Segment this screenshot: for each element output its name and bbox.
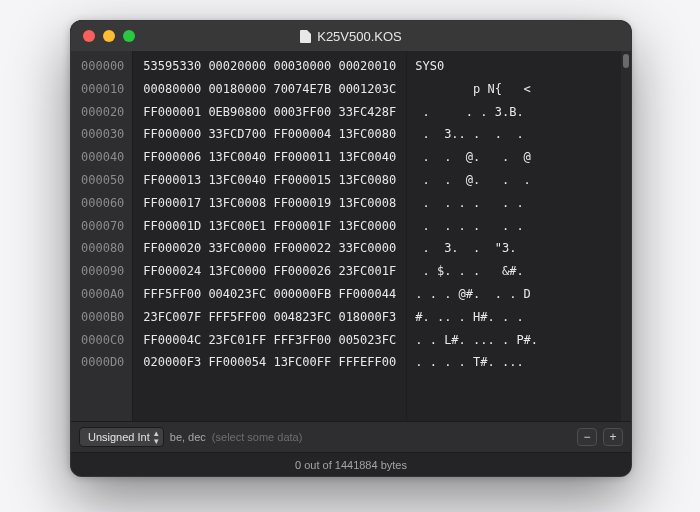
type-picker-label: Unsigned Int xyxy=(88,431,150,443)
inspector-toolbar: Unsigned Int ▴▾ be, dec (select some dat… xyxy=(71,421,631,452)
scrollbar-thumb[interactable] xyxy=(623,54,629,68)
hex-column[interactable]: 53595330 00020000 00030000 00020010 0008… xyxy=(133,51,407,421)
close-icon[interactable] xyxy=(83,30,95,42)
zoom-icon[interactable] xyxy=(123,30,135,42)
scrollbar[interactable] xyxy=(621,51,631,421)
ascii-column[interactable]: SYS0 p N{ < . . . 3.B. . 3.. . . . . . @… xyxy=(407,51,621,421)
inspector-placeholder: (select some data) xyxy=(212,431,302,443)
status-text: 0 out of 1441884 bytes xyxy=(295,459,407,471)
chevron-updown-icon: ▴▾ xyxy=(154,429,159,445)
titlebar[interactable]: K25V500.KOS xyxy=(71,21,631,51)
traffic-lights xyxy=(83,30,135,42)
title-text: K25V500.KOS xyxy=(317,29,402,44)
type-picker[interactable]: Unsigned Int ▴▾ xyxy=(79,427,164,447)
file-icon xyxy=(300,30,311,43)
minus-button[interactable]: − xyxy=(577,428,597,446)
window-title: K25V500.KOS xyxy=(71,29,631,44)
offset-column: 000000 000010 000020 000030 000040 00005… xyxy=(71,51,133,421)
format-label[interactable]: be, dec xyxy=(170,431,206,443)
hex-body: 000000 000010 000020 000030 000040 00005… xyxy=(71,51,631,421)
status-bar: 0 out of 1441884 bytes xyxy=(71,452,631,477)
hex-editor-window: K25V500.KOS 000000 000010 000020 000030 … xyxy=(70,20,632,477)
minimize-icon[interactable] xyxy=(103,30,115,42)
plus-button[interactable]: + xyxy=(603,428,623,446)
